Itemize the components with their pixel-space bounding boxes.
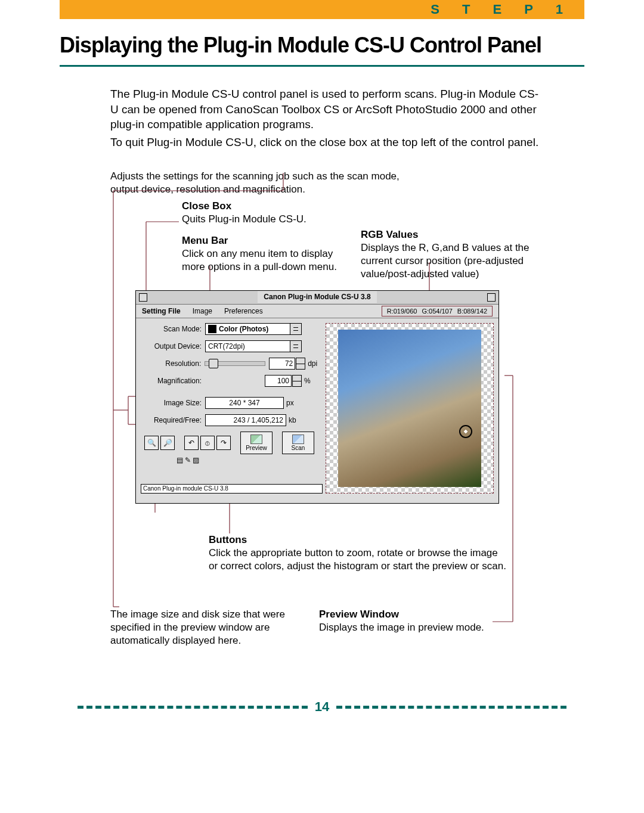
callout-preview: Preview Window Displays the image in pre… — [319, 608, 510, 634]
callout-rgb-body: Displays the R, G,and B values at the cu… — [361, 242, 530, 280]
preview-button[interactable]: Preview — [240, 432, 273, 454]
callout-closebox-heading: Close Box — [182, 200, 231, 212]
menu-image[interactable]: Image — [187, 307, 218, 315]
callout-imagesize: The image size and disk size that were s… — [110, 608, 301, 647]
menu-preferences[interactable]: Preferences — [218, 307, 269, 315]
rotate-right-icon: ↷ — [221, 439, 227, 447]
cs-u-control-panel: Canon Plug-in Module CS-U 3.8 Setting Fi… — [135, 290, 499, 504]
scan-icon — [292, 435, 304, 444]
page-title: Displaying the Plug-in Module CS-U Contr… — [60, 33, 584, 67]
preview-button-label: Preview — [246, 445, 267, 451]
callout-rgb-heading: RGB Values — [361, 229, 418, 240]
histogram-button[interactable]: ✎ — [185, 456, 191, 464]
callout-menubar-heading: Menu Bar — [182, 235, 228, 246]
label-image-size: Image Size: — [141, 399, 205, 407]
intro-p1: The Plug-in Module CS-U control panel is… — [110, 86, 540, 132]
window-title: Canon Plug-in Module CS-U 3.8 — [258, 291, 376, 303]
rgb-g: G:054/107 — [422, 308, 452, 315]
page-footer: 14 — [78, 699, 566, 715]
scan-button[interactable]: Scan — [282, 432, 314, 454]
output-device-select[interactable]: CRT(72dpi) — [205, 340, 302, 352]
rotate-right-button[interactable]: ↷ — [216, 436, 231, 450]
menubar: Setting File Image Preferences R:019/060… — [136, 305, 499, 318]
color-adjust-icon: ▤ — [177, 456, 183, 464]
callout-preview-body: Displays the image in preview mode. — [319, 622, 484, 633]
magnification-unit: % — [304, 377, 317, 385]
intro-p2: To quit Plug-in Module CS-U, click on th… — [110, 135, 540, 150]
slider-thumb-icon[interactable] — [209, 359, 218, 368]
browse-icon: ▨ — [193, 456, 199, 464]
zoom-out-button[interactable]: 🔎 — [160, 436, 175, 450]
move-cursor-icon — [459, 425, 472, 438]
rotate-left-icon: ↶ — [188, 439, 194, 447]
page-number: 14 — [311, 699, 333, 715]
required-free-unit: kb — [289, 416, 302, 424]
close-box[interactable] — [139, 293, 147, 302]
callout-preview-heading: Preview Window — [319, 609, 399, 620]
label-output-device: Output Device: — [141, 342, 205, 350]
footer-rule-right — [336, 706, 566, 709]
required-free-value: 243 / 1,405,212 — [205, 414, 286, 426]
callout-imagesize-body: The image size and disk size that were s… — [110, 609, 285, 646]
magnification-input[interactable]: 100 — [265, 375, 292, 387]
rgb-values: R:019/060 G:054/107 B:089/142 — [382, 306, 493, 316]
label-magnification: Magnification: — [141, 377, 205, 385]
resolution-unit: dpi — [308, 359, 321, 368]
footer-rule-left — [78, 706, 308, 709]
flip-icon: ⦶ — [205, 439, 210, 447]
flip-button[interactable]: ⦶ — [200, 436, 215, 450]
rgb-b: B:089/142 — [457, 308, 487, 315]
titlebar: Canon Plug-in Module CS-U 3.8 — [136, 291, 499, 305]
intro-text: The Plug-in Module CS-U control panel is… — [110, 86, 540, 153]
image-size-unit: px — [286, 399, 299, 407]
step-label: S T E P 1 — [431, 2, 572, 17]
histogram-icon: ✎ — [185, 456, 191, 464]
browse-button[interactable]: ▨ — [193, 456, 199, 464]
callout-rgb: RGB Values Displays the R, G,and B value… — [361, 228, 534, 281]
color-chip-icon — [208, 325, 216, 333]
zoom-in-icon: 🔍 — [147, 439, 156, 447]
zoom-in-button[interactable]: 🔍 — [144, 436, 159, 450]
label-required-free: Required/Free: — [141, 416, 205, 424]
resolution-slider[interactable] — [205, 361, 265, 366]
scan-button-label: Scan — [292, 445, 305, 451]
menu-setting-file[interactable]: Setting File — [136, 307, 187, 315]
callout-menubar-body: Click on any menu item to display more o… — [182, 248, 337, 272]
zoom-out-icon: 🔎 — [163, 439, 172, 447]
label-scan-mode: Scan Mode: — [141, 325, 205, 333]
rotate-left-button[interactable]: ↶ — [184, 436, 199, 450]
callout-menubar: Menu Bar Click on any menu item to displ… — [182, 234, 349, 274]
rgb-r: R:019/060 — [387, 308, 417, 315]
scan-mode-value: Color (Photos) — [219, 325, 268, 333]
callout-closebox-body: Quits Plug-in Module CS-U. — [182, 213, 306, 225]
toolbar: 🔍 🔎 ↶ ⦶ ↷ Preview Scan — [141, 432, 317, 454]
color-adjust-button[interactable]: ▤ — [177, 456, 183, 464]
callout-buttons-body: Click the appropriate button to zoom, ro… — [209, 547, 506, 572]
output-device-value: CRT(72dpi) — [208, 342, 245, 350]
preview-image — [338, 330, 481, 487]
callout-closebox: Close Box Quits Plug-in Module CS-U. — [182, 200, 337, 226]
callout-buttons-heading: Buttons — [209, 534, 247, 545]
resolution-stepper[interactable] — [296, 358, 305, 370]
label-resolution: Resolution: — [141, 359, 205, 368]
callout-buttons: Buttons Click the appropriate button to … — [209, 533, 507, 573]
settings-caption: Adjusts the settings for the scanning jo… — [110, 170, 408, 196]
resolution-input[interactable]: 72 — [269, 358, 296, 370]
image-size-value: 240 * 347 — [205, 397, 284, 409]
preview-window[interactable] — [326, 323, 494, 494]
scan-mode-select[interactable]: Color (Photos) — [205, 323, 302, 335]
magnification-stepper[interactable] — [292, 375, 302, 387]
status-bar: Canon Plug-in module CS-U 3.8 — [141, 484, 323, 494]
zoom-box[interactable] — [487, 293, 496, 302]
preview-icon — [250, 435, 262, 444]
